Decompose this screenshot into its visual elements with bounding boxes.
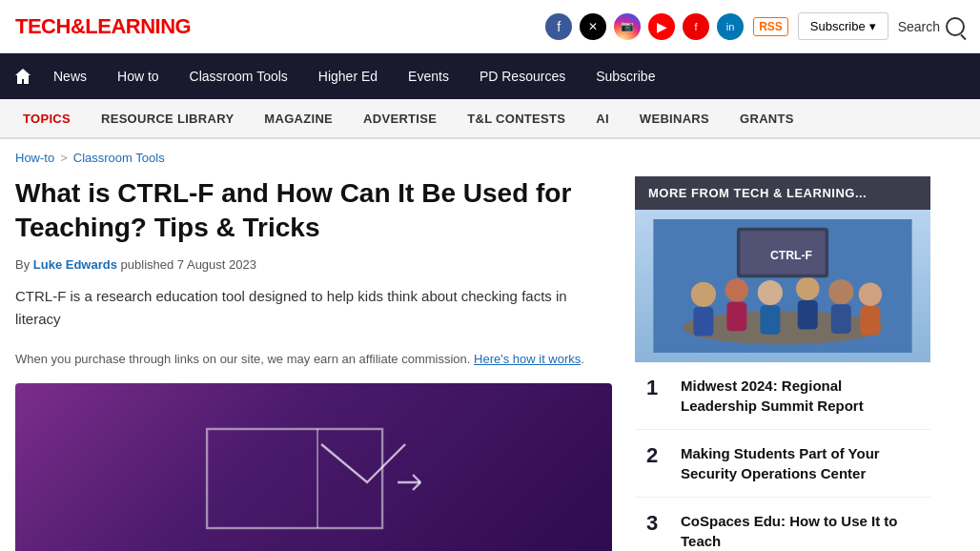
people-group-image: CTRL-F [635,210,930,362]
instagram-icon[interactable]: 📷 [614,13,641,40]
svg-point-9 [725,278,749,302]
subscribe-label: Subscribe [810,19,866,33]
grants-nav-item[interactable]: Grants [725,98,809,138]
nav-item-events[interactable]: Events [393,53,464,99]
primary-nav: News How to Classroom Tools Higher Ed Ev… [0,53,980,99]
sidebar-item-title-2: Making Students Part of Your Security Op… [681,443,919,483]
sidebar-item-title-3: CoSpaces Edu: How to Use It to Teach [681,511,919,551]
advertise-nav-item[interactable]: Advertise [348,98,452,138]
search-icon[interactable] [946,17,965,36]
tl-contests-nav-item[interactable]: T&L Contests [452,98,581,138]
youtube-icon[interactable]: ▶ [648,13,675,40]
sidebar: MORE FROM TECH & LEARNING... [635,176,930,551]
svg-rect-12 [760,305,780,335]
affiliate-suffix: . [581,352,584,366]
home-nav-icon[interactable] [8,61,38,92]
svg-line-3 [413,475,420,482]
topics-nav-item[interactable]: TOPICS [8,98,86,138]
sidebar-num-1: 1 [646,378,669,398]
subscribe-arrow: ▾ [869,19,876,33]
affiliate-notice: When you purchase through links on our s… [15,350,612,369]
ai-nav-item[interactable]: AI [581,98,624,138]
byline-prefix: By [15,257,30,272]
nav-item-howto[interactable]: How to [102,53,174,99]
svg-point-13 [796,276,820,300]
svg-point-7 [691,282,716,307]
logo-text-part2: LEARNING [85,14,191,38]
svg-line-4 [413,482,420,490]
rss-badge[interactable]: RSS [753,17,788,36]
article-date: 7 August 2023 [177,257,256,272]
sidebar-item-3[interactable]: 3 CoSpaces Edu: How to Use It to Teach [635,498,930,551]
nav-item-subscribe[interactable]: Subscribe [581,53,670,99]
svg-text:CTRL-F: CTRL-F [770,249,813,262]
nav-item-news[interactable]: News [38,53,102,99]
sidebar-item-title-1: Midwest 2024: Regional Leadership Summit… [681,376,919,416]
article-title: What is CTRL-F and How Can It Be Used fo… [15,176,612,246]
breadcrumb: How-to > Classroom Tools [0,139,980,176]
logo-text-part1: TECH [15,14,71,38]
nav-item-pd-resources[interactable]: PD Resources [464,53,581,99]
subscribe-button[interactable]: Subscribe ▾ [798,12,888,40]
search-area[interactable]: Search [898,17,965,36]
flipboard-icon[interactable]: f [683,13,709,40]
nav-item-classroom-tools[interactable]: Classroom Tools [174,53,303,99]
article-intro: CTRL-F is a research education tool desi… [15,285,612,331]
sidebar-item-2[interactable]: 2 Making Students Part of Your Security … [635,430,930,498]
facebook-icon[interactable]: f [545,13,572,40]
main-content: What is CTRL-F and How Can It Be Used fo… [0,176,980,551]
sidebar-num-3: 3 [646,513,669,534]
affiliate-link[interactable]: Here's how it works [474,352,581,366]
site-logo[interactable]: TECH&LEARNING [15,14,191,39]
svg-point-11 [758,280,783,305]
svg-rect-8 [693,307,713,337]
svg-rect-10 [726,302,746,332]
search-label: Search [898,19,940,34]
breadcrumb-classroom-tools[interactable]: Classroom Tools [73,151,165,165]
logo-ampersand: & [71,14,85,38]
header-right: f ✕ 📷 ▶ f in RSS Subscribe ▾ Search [545,12,965,40]
twitter-icon[interactable]: ✕ [580,13,606,40]
resource-library-nav-item[interactable]: Resource Library [86,98,249,138]
breadcrumb-separator: > [60,151,68,165]
svg-point-15 [828,279,853,304]
article-section: What is CTRL-F and How Can It Be Used fo… [15,176,635,551]
article-hero-image [15,383,612,551]
svg-rect-16 [831,304,851,334]
sidebar-hero-image[interactable]: CTRL-F [635,210,930,362]
svg-rect-0 [207,429,382,528]
social-icons-group: f ✕ 📷 ▶ f in [545,13,744,40]
svg-rect-18 [860,306,880,336]
site-header: TECH&LEARNING f ✕ 📷 ▶ f in RSS Subscribe… [0,0,980,53]
article-byline: By Luke Edwards published 7 August 2023 [15,257,612,272]
secondary-nav: TOPICS Resource Library Magazine Adverti… [0,99,980,139]
webinars-nav-item[interactable]: Webinars [624,98,725,138]
sidebar-more-header: MORE FROM TECH & LEARNING... [635,176,930,210]
magazine-nav-item[interactable]: Magazine [249,98,348,138]
published-label: published [121,257,174,272]
affiliate-notice-text: When you purchase through links on our s… [15,352,470,366]
sidebar-num-2: 2 [646,445,669,466]
linkedin-icon[interactable]: in [717,13,744,40]
breadcrumb-howto[interactable]: How-to [15,151,54,165]
svg-point-17 [859,283,883,307]
nav-item-higher-ed[interactable]: Higher Ed [303,53,393,99]
author-name[interactable]: Luke Edwards [33,257,117,272]
svg-rect-14 [798,300,818,330]
sidebar-item-1[interactable]: 1 Midwest 2024: Regional Leadership Summ… [635,362,930,430]
